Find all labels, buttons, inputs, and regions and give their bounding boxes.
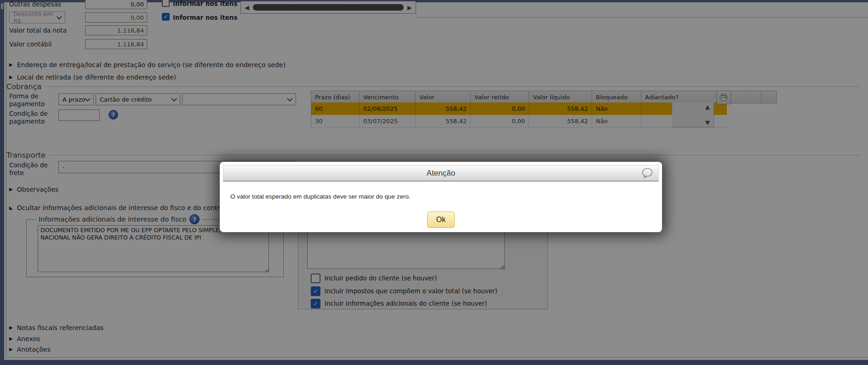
atencao-dialog: Atenção O valor total esperado em duplic… — [220, 162, 662, 232]
speech-bubble-icon — [641, 168, 654, 179]
dialog-message: O valor total esperado em duplicatas dev… — [230, 193, 659, 200]
dialog-header: Atenção — [223, 165, 659, 182]
screen: { "form_top": { "outras_despesas": {"lab… — [0, 0, 868, 365]
dialog-title: Atenção — [427, 169, 455, 178]
dialog-button-row: Ok — [223, 211, 659, 228]
ok-button[interactable]: Ok — [427, 211, 455, 228]
